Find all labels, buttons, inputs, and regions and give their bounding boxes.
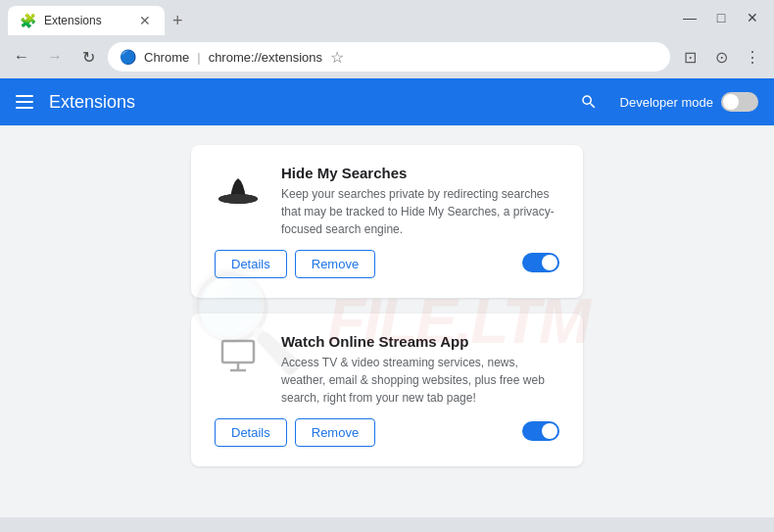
search-button[interactable] xyxy=(573,86,605,118)
site-lock-icon: 🔵 xyxy=(120,49,136,65)
hide-my-searches-toggle[interactable] xyxy=(522,253,559,272)
forward-button[interactable]: → xyxy=(41,43,69,71)
watch-online-streams-name: Watch Online Streams App xyxy=(281,333,559,350)
tab-extension-icon: 🧩 xyxy=(20,13,36,28)
minimize-button[interactable]: — xyxy=(676,4,703,31)
hide-my-searches-actions: Details Remove xyxy=(215,250,559,278)
hide-my-searches-icon xyxy=(215,165,262,212)
watch-online-streams-toggle-area xyxy=(522,421,559,445)
watch-online-streams-icon xyxy=(215,333,262,380)
site-name: Chrome xyxy=(144,50,189,65)
bookmark-icon[interactable]: ☆ xyxy=(330,48,344,67)
watch-online-streams-actions: Details Remove xyxy=(215,418,559,447)
hide-my-searches-info: Hide My Searches Keep your searches priv… xyxy=(281,165,559,238)
extensions-content: 🔍 FILE.LTM Hide My Searches Keep your se… xyxy=(0,125,774,517)
svg-rect-2 xyxy=(222,341,254,363)
active-tab[interactable]: 🧩 Extensions ✕ xyxy=(8,6,165,35)
watch-online-streams-desc: Access TV & video streaming services, ne… xyxy=(281,354,559,407)
developer-mode-label: Developer mode xyxy=(620,95,713,110)
extension-card-watch-online-streams: Watch Online Streams App Access TV & vid… xyxy=(191,314,583,466)
search-icon xyxy=(580,93,598,111)
new-tab-button[interactable]: + xyxy=(165,6,191,35)
url-separator: | xyxy=(197,50,200,65)
refresh-button[interactable]: ↻ xyxy=(74,43,102,71)
screenshare-icon-button[interactable]: ⊡ xyxy=(676,43,703,71)
url-text: chrome://extensions xyxy=(209,50,322,65)
hamburger-menu[interactable] xyxy=(16,95,33,109)
watch-online-streams-info: Watch Online Streams App Access TV & vid… xyxy=(281,333,559,407)
profile-button[interactable]: ⊙ xyxy=(707,43,735,71)
card-top-hide-my-searches: Hide My Searches Keep your searches priv… xyxy=(215,165,559,238)
close-button[interactable]: ✕ xyxy=(739,4,766,31)
address-bar[interactable]: 🔵 Chrome | chrome://extensions ☆ xyxy=(108,42,670,72)
hide-my-searches-details-button[interactable]: Details xyxy=(215,250,287,278)
svg-point-1 xyxy=(218,194,258,204)
card-top-watch-online-streams: Watch Online Streams App Access TV & vid… xyxy=(215,333,559,407)
watch-online-streams-remove-button[interactable]: Remove xyxy=(295,418,375,447)
extensions-header: Extensions Developer mode xyxy=(0,78,774,125)
hide-my-searches-name: Hide My Searches xyxy=(281,165,559,181)
tab-close-button[interactable]: ✕ xyxy=(137,13,153,28)
hide-my-searches-desc: Keep your searches private by redirectin… xyxy=(281,185,559,238)
toolbar-icons: ⊡ ⊙ ⋮ xyxy=(676,43,766,71)
hat-svg xyxy=(215,165,262,212)
developer-mode-toggle[interactable] xyxy=(721,92,758,112)
tab-label: Extensions xyxy=(44,14,102,27)
window-controls: — □ ✕ xyxy=(676,4,766,31)
monitor-svg xyxy=(218,337,258,376)
menu-button[interactable]: ⋮ xyxy=(739,43,766,71)
omnibar: ← → ↻ 🔵 Chrome | chrome://extensions ☆ ⊡… xyxy=(0,35,774,78)
extension-card-hide-my-searches: Hide My Searches Keep your searches priv… xyxy=(191,145,583,298)
hide-my-searches-remove-button[interactable]: Remove xyxy=(295,250,375,278)
developer-mode-area: Developer mode xyxy=(620,92,758,112)
extensions-title: Extensions xyxy=(49,92,557,113)
tab-area: 🧩 Extensions ✕ + xyxy=(8,0,676,35)
back-button[interactable]: ← xyxy=(8,43,35,71)
watch-online-streams-details-button[interactable]: Details xyxy=(215,418,287,447)
watch-online-streams-toggle[interactable] xyxy=(522,421,559,441)
maximize-button[interactable]: □ xyxy=(707,4,735,31)
titlebar: 🧩 Extensions ✕ + — □ ✕ xyxy=(0,0,774,35)
hide-my-searches-toggle-area xyxy=(522,253,559,276)
